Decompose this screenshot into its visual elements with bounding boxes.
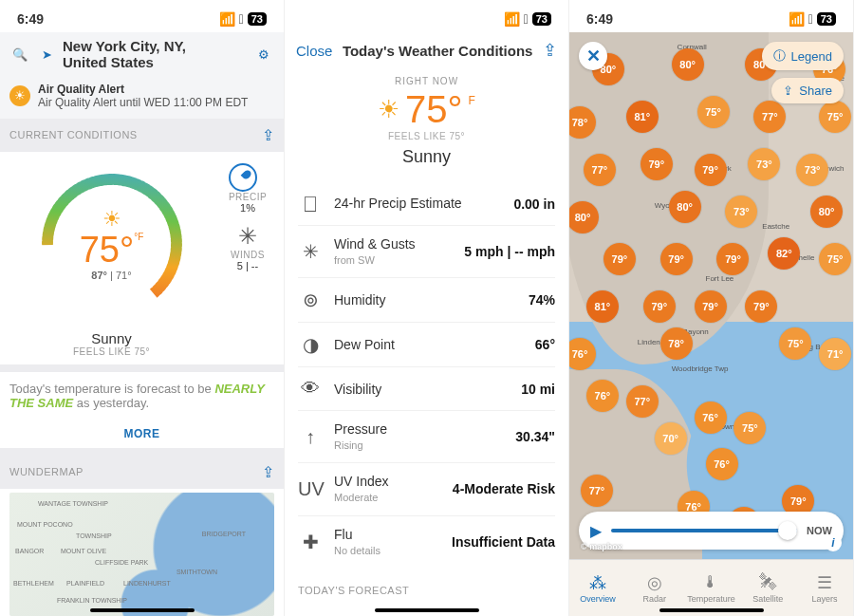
detail-label: 24-hr Precip Estimate (334, 196, 502, 211)
air-quality-alert[interactable]: ☀ Air Quality Alert Air Quality Alert un… (0, 77, 284, 119)
temperature-bubble[interactable]: 80° (669, 191, 701, 223)
temperature-bubble[interactable]: 78° (660, 327, 693, 360)
share-icon[interactable]: ⇪ (262, 126, 275, 144)
battery-icon: 73 (248, 12, 267, 26)
temperature-bubble[interactable]: 80° (672, 48, 704, 81)
precip-value: 1% (229, 202, 267, 214)
close-button[interactable]: Close (296, 43, 332, 59)
info-icon: ⓘ (773, 47, 786, 65)
alert-text: Air Quality Alert Air Quality Alert unti… (38, 83, 248, 109)
alert-detail: Air Quality Alert until WED 11:00 PM EDT (38, 96, 248, 109)
temperature-bubble[interactable]: 71° (819, 338, 851, 370)
temperature-bubble[interactable]: 79° (695, 154, 727, 186)
detail-label: Humidity (334, 292, 517, 308)
signal-icon: 📶 (789, 11, 805, 27)
temperature-bubble[interactable]: 79° (640, 148, 673, 180)
current-conditions-body[interactable]: ☀ 75° °F 87° | 71° Sunny FEELS LIKE 75° … (0, 152, 284, 364)
scrubber-track[interactable] (611, 529, 797, 532)
precip-mini[interactable]: PRECIP 1% (229, 163, 267, 214)
flu-icon: ✚ (298, 531, 323, 553)
temperature-bubble[interactable]: 79° (695, 290, 727, 323)
current-conditions-header: CURRENT CONDITIONS ⇪ (0, 119, 284, 152)
wundermap-thumbnail[interactable]: Wantage Township Mount Pocono Township B… (9, 493, 274, 616)
detail-row-wind[interactable]: ✳︎Wind & Gustsfrom SW5 mph | -- mph (298, 226, 555, 278)
tab-label: Satellite (752, 594, 783, 604)
scrubber-knob[interactable] (778, 521, 797, 540)
temperature-unit: °F (134, 232, 143, 242)
tab-overview[interactable]: ⁂Overview (569, 560, 626, 616)
home-indicator[interactable] (375, 608, 479, 612)
detail-value: 5 mph | -- mph (464, 244, 555, 259)
status-bar: 6:49 📶 􀙇 73 (569, 0, 853, 32)
detail-row-dewpoint[interactable]: ◑Dew Point66° (298, 323, 555, 367)
wifi-icon: 􀙇 (808, 11, 813, 27)
temperature-bubble[interactable]: 75° (697, 96, 730, 128)
locate-icon[interactable]: ➤ (36, 47, 57, 62)
more-button[interactable]: MORE (0, 420, 284, 448)
temperature-bubble[interactable]: 80° (810, 196, 843, 228)
temperature-bubble[interactable]: 79° (603, 243, 636, 275)
wundermap-header: WUNDERMAP ⇪ (0, 456, 284, 489)
temperature-bubble[interactable]: 81° (586, 290, 619, 323)
high-value: 87° (91, 270, 107, 281)
right-now-label: RIGHT NOW (285, 76, 568, 86)
today-forecast-header: TODAY'S FORECAST (285, 571, 568, 596)
status-bar: 6:49 📶 􀙇 73 (0, 0, 284, 32)
temperature-bubble[interactable]: 77° (626, 385, 659, 418)
temperature-bubble[interactable]: 75° (819, 101, 851, 133)
close-button[interactable]: ✕ (579, 42, 607, 70)
home-indicator[interactable] (90, 608, 195, 612)
alert-icon: ☀ (9, 85, 30, 106)
status-right: 📶 􀙇 73 (219, 11, 267, 27)
wifi-icon: 􀙇 (524, 11, 529, 27)
map-canvas[interactable]: CornwallRidgeNewarkGreenwichWyckDobbsEas… (569, 32, 853, 559)
share-icon[interactable]: ⇪ (262, 463, 275, 481)
temperature-bubble[interactable]: 77° (584, 154, 616, 186)
share-icon[interactable]: ⇪ (543, 40, 557, 61)
temperature-bubble[interactable]: 75° (779, 327, 811, 360)
temperature-bubble[interactable]: 81° (626, 101, 659, 133)
info-button[interactable]: i (825, 534, 842, 551)
temperature-bubble[interactable]: 75° (733, 412, 766, 444)
temperature-bubble[interactable]: 77° (581, 475, 613, 507)
temperature-bubble[interactable]: 73° (796, 154, 828, 186)
detail-row-flu[interactable]: ✚FluNo detailsInsufficient Data (298, 516, 555, 568)
tab-layers[interactable]: ☰Layers (796, 560, 853, 616)
visibility-icon: 👁 (298, 378, 323, 400)
feels-like: FEELS LIKE 75° (285, 131, 568, 141)
section-label: CURRENT CONDITIONS (9, 129, 138, 140)
winds-mini[interactable]: ✳︎ WINDS 5 | -- (231, 223, 265, 271)
search-icon[interactable]: 🔍 (9, 47, 30, 62)
temperature-bubble[interactable]: 76° (695, 401, 727, 434)
temperature-bubble[interactable]: 79° (643, 290, 676, 323)
temperature-bubble[interactable]: 76° (706, 448, 738, 480)
tab-label: Radar (642, 594, 666, 604)
temperature-bubble[interactable]: 76° (586, 380, 619, 412)
detail-row-pressure[interactable]: ↑PressureRising30.34" (298, 411, 555, 463)
tab-label: Overview (580, 594, 616, 604)
detail-value: 30.34" (515, 429, 555, 444)
detail-row-humidity[interactable]: ⊚Humidity74% (298, 278, 555, 323)
temperature-unit: F (469, 94, 475, 107)
location-line1: New York City, NY, (63, 38, 248, 54)
settings-icon[interactable]: ⚙︎ (253, 47, 274, 62)
status-right: 📶 􀙇 73 (789, 11, 836, 27)
share-button[interactable]: ⇪ Share (771, 78, 844, 103)
right-now-block: RIGHT NOW ☀ 75° F FEELS LIKE 75° Sunny (285, 68, 568, 178)
compass-icon: ✳︎ (231, 223, 265, 250)
temperature-bubble[interactable]: 79° (660, 243, 693, 275)
home-indicator[interactable] (659, 608, 764, 612)
location-header: 🔍 ➤ New York City, NY, United States ⚙︎ (0, 32, 284, 77)
play-icon[interactable]: ▶ (590, 522, 602, 540)
detail-row-uv[interactable]: UVUV IndexModerate4-Moderate Risk (298, 463, 555, 515)
location-title[interactable]: New York City, NY, United States (63, 38, 248, 71)
detail-row-precip[interactable]: ⎕24-hr Precip Estimate0.00 in (298, 182, 555, 226)
humidity-icon: ⊚ (298, 289, 323, 311)
legend-button[interactable]: ⓘ Legend (762, 42, 844, 70)
temperature-bubble[interactable]: 80° (569, 201, 599, 233)
satellite-icon: 🛰 (758, 573, 777, 592)
detail-row-visibility[interactable]: 👁Visibility10 mi (298, 367, 555, 411)
temperature-bubble[interactable]: 70° (655, 422, 687, 455)
temperature-bubble[interactable]: 75° (819, 243, 851, 275)
map-town-label: Woodbridge Twp (672, 364, 729, 373)
